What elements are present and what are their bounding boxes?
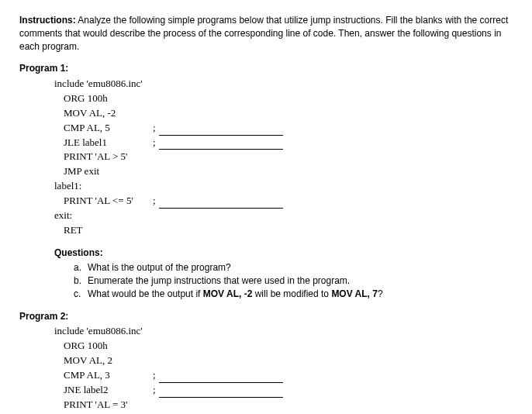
- fill-blank[interactable]: [159, 199, 283, 209]
- comment-semicolon: ;: [153, 383, 156, 398]
- fill-blank[interactable]: [159, 374, 283, 383]
- comment-semicolon: ;: [153, 121, 156, 136]
- program-1-section: Program 1: include 'emu8086.inc' ORG 100…: [19, 62, 513, 300]
- question-b: b. Enumerate the jump instructions that …: [74, 274, 513, 288]
- code-line-with-blank: CMP AL, 5 ;: [64, 121, 513, 136]
- fill-blank[interactable]: [159, 388, 283, 398]
- code-line: exit:: [54, 209, 513, 223]
- code-line: PRINT 'AL = 3': [64, 398, 513, 412]
- questions-title: Questions:: [54, 247, 513, 260]
- code-line: label1:: [54, 179, 513, 194]
- comment-semicolon: ;: [153, 194, 156, 209]
- comment-semicolon: ;: [153, 136, 156, 150]
- program-1-code: include 'emu8086.inc' ORG 100h MOV AL, -…: [54, 77, 513, 237]
- code-line-with-blank: JLE label1 ;: [64, 136, 513, 150]
- code-line-with-blank: PRINT 'AL <= 5' ;: [64, 194, 513, 209]
- code-line: ORG 100h: [64, 91, 513, 106]
- program-1-title: Program 1:: [19, 62, 513, 75]
- program-2-title: Program 2:: [19, 310, 513, 323]
- instructions-block: Instructions: Analyze the following simp…: [19, 14, 513, 53]
- code-line: include 'emu8086.inc': [54, 324, 513, 339]
- code-line-with-blank: JNE label2 ;: [64, 383, 513, 398]
- questions-block: Questions: a. What is the output of the …: [54, 247, 513, 300]
- code-line: MOV AL, -2: [64, 106, 513, 121]
- question-a: a. What is the output of the program?: [74, 261, 513, 274]
- code-line: JMP exit: [64, 164, 513, 179]
- question-c: c. What would be the output if MOV AL, -…: [74, 288, 513, 301]
- code-line: RET: [64, 223, 513, 238]
- code-line: MOV AL, 2: [64, 354, 513, 368]
- question-c-text: What would be the output if MOV AL, -2 w…: [88, 288, 383, 301]
- fill-blank[interactable]: [159, 126, 283, 136]
- program-2-section: Program 2: include 'emu8086.inc' ORG 100…: [19, 310, 513, 414]
- code-line: ORG 100h: [64, 339, 513, 354]
- comment-semicolon: ;: [153, 368, 156, 383]
- code-line-with-blank: CMP AL, 3 ;: [64, 368, 513, 383]
- code-line: include 'emu8086.inc': [54, 77, 513, 91]
- program-2-code: include 'emu8086.inc' ORG 100h MOV AL, 2…: [54, 324, 513, 414]
- fill-blank[interactable]: [159, 140, 283, 150]
- instructions-text: Analyze the following simple programs be…: [19, 15, 508, 52]
- code-line: PRINT 'AL > 5': [64, 150, 513, 164]
- instructions-label: Instructions:: [19, 15, 76, 26]
